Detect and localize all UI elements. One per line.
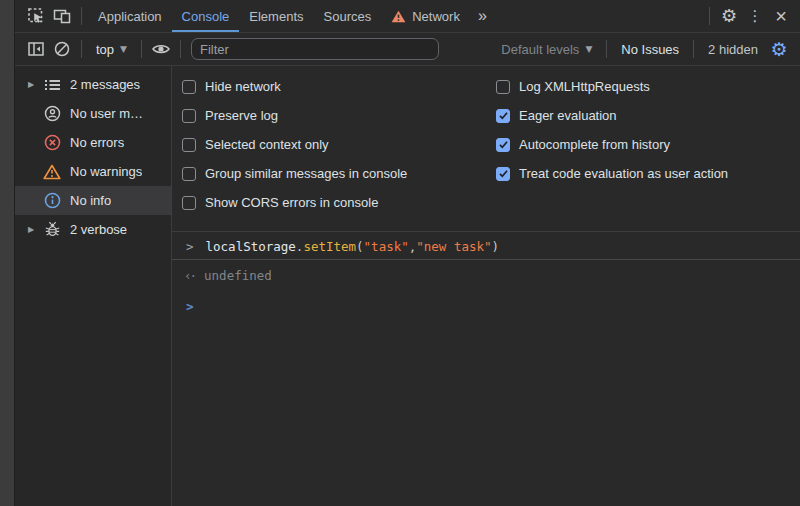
console-result-message: ‹· undefined	[172, 260, 800, 289]
console-settings-panel: Hide network Preserve log	[172, 66, 800, 232]
sidebar-item-messages[interactable]: ▶ 2 messages	[15, 70, 171, 99]
setting-label[interactable]: Show CORS errors in console	[205, 195, 378, 210]
setting-label[interactable]: Eager evaluation	[519, 108, 617, 123]
clear-console-button[interactable]	[49, 36, 75, 62]
setting-label[interactable]: Preserve log	[205, 108, 278, 123]
settings-column-left: Hide network Preserve log	[182, 72, 496, 217]
setting-label[interactable]: Selected context only	[205, 137, 329, 152]
kebab-menu-icon: ⋮	[748, 9, 763, 24]
toolbar-divider	[606, 40, 607, 58]
close-devtools-button[interactable]: ×	[768, 3, 794, 29]
toolbar-divider	[709, 7, 710, 25]
code-token: localStorage	[206, 239, 296, 254]
setting-label[interactable]: Log XMLHttpRequests	[519, 79, 650, 94]
filter-input[interactable]	[191, 38, 439, 60]
preserve-log-checkbox[interactable]	[182, 109, 196, 123]
console-content: ▶ 2 messages	[15, 66, 800, 506]
setting-label[interactable]: Treat code evaluation as user action	[519, 166, 728, 181]
devtools-tabbar: Application Console Elements Sources	[15, 0, 800, 33]
toolbar-divider	[180, 40, 181, 58]
toolbar-divider	[81, 7, 82, 25]
setting-label[interactable]: Group similar messages in console	[205, 166, 407, 181]
sidebar-item-user-messages[interactable]: No user m…	[15, 99, 171, 128]
setting-treat-code-evaluation[interactable]: Treat code evaluation as user action	[496, 159, 800, 188]
context-label: top	[96, 42, 114, 57]
tab-label: Application	[98, 9, 162, 24]
sidebar-item-label: No info	[70, 193, 111, 208]
console-settings-button[interactable]: ⚙	[766, 36, 792, 62]
command-chevron-icon: >	[186, 239, 194, 254]
group-similar-checkbox[interactable]	[182, 167, 196, 181]
console-main-panel: Hide network Preserve log	[172, 66, 800, 506]
sidebar-item-errors[interactable]: No errors	[15, 128, 171, 157]
main-menu-button[interactable]: ⋮	[742, 3, 768, 29]
chevron-down-icon: ▼	[585, 44, 592, 54]
treat-code-evaluation-checkbox[interactable]	[496, 167, 510, 181]
setting-log-xmlhttprequests[interactable]: Log XMLHttpRequests	[496, 72, 800, 101]
tab-label: Network	[412, 9, 460, 24]
show-cors-errors-checkbox[interactable]	[182, 196, 196, 210]
chevron-right-icon[interactable]: ▶	[28, 80, 43, 89]
setting-show-cors-errors[interactable]: Show CORS errors in console	[182, 188, 496, 217]
console-prompt[interactable]: >	[172, 289, 800, 314]
log-levels-label: Default levels	[501, 42, 579, 57]
tab-application[interactable]: Application	[88, 0, 172, 32]
tab-network[interactable]: Network	[381, 0, 470, 32]
settings-column-right: Log XMLHttpRequests Eager evaluation	[496, 72, 800, 217]
error-icon	[43, 134, 61, 151]
chevron-right-icon[interactable]: ▶	[28, 225, 43, 234]
javascript-context-selector[interactable]: top ▼	[88, 42, 135, 57]
setting-eager-evaluation[interactable]: Eager evaluation	[496, 101, 800, 130]
more-tabs-button[interactable]: »	[470, 7, 497, 25]
live-expression-button[interactable]	[148, 36, 174, 62]
toolbar-divider	[81, 40, 82, 58]
result-arrow-icon: ‹·	[184, 268, 195, 283]
user-icon	[43, 105, 61, 122]
code-token: (	[356, 239, 364, 254]
result-value: undefined	[204, 268, 272, 283]
setting-selected-context-only[interactable]: Selected context only	[182, 130, 496, 159]
autocomplete-history-checkbox[interactable]	[496, 138, 510, 152]
sidebar-item-verbose[interactable]: ▶ 2 verbose	[15, 215, 171, 244]
log-xmlhttprequests-checkbox[interactable]	[496, 80, 510, 94]
tab-label: Console	[182, 9, 230, 24]
device-toolbar-button[interactable]	[49, 3, 75, 29]
console-sidebar: ▶ 2 messages	[15, 66, 172, 506]
eager-evaluation-checkbox[interactable]	[496, 109, 510, 123]
code-token: "task"	[364, 239, 409, 254]
sidebar-item-label: No user m…	[70, 106, 143, 121]
devtools-body: Application Console Elements Sources	[15, 0, 800, 506]
sidebar-item-label: 2 messages	[70, 77, 140, 92]
settings-button[interactable]: ⚙	[716, 3, 742, 29]
console-sidebar-toggle-button[interactable]	[23, 36, 49, 62]
console-command-message: > localStorage.setItem("task","new task"…	[172, 232, 800, 260]
network-warning-icon	[391, 8, 406, 25]
tab-elements[interactable]: Elements	[239, 0, 313, 32]
console-messages: > localStorage.setItem("task","new task"…	[172, 232, 800, 314]
sidebar-item-label: No warnings	[70, 164, 142, 179]
tab-sources[interactable]: Sources	[314, 0, 382, 32]
log-levels-dropdown[interactable]: Default levels ▼	[493, 42, 600, 57]
sidebar-item-label: 2 verbose	[70, 222, 127, 237]
hide-network-checkbox[interactable]	[182, 80, 196, 94]
inspect-element-button[interactable]	[23, 3, 49, 29]
setting-autocomplete-history[interactable]: Autocomplete from history	[496, 130, 800, 159]
gear-icon: ⚙	[721, 7, 737, 25]
tab-label: Sources	[324, 9, 372, 24]
hidden-messages-count: 2 hidden	[700, 42, 766, 57]
setting-hide-network[interactable]: Hide network	[182, 72, 496, 101]
devtools-window: Application Console Elements Sources	[0, 0, 800, 506]
setting-label[interactable]: Hide network	[205, 79, 281, 94]
setting-preserve-log[interactable]: Preserve log	[182, 101, 496, 130]
tab-console[interactable]: Console	[172, 0, 240, 32]
setting-group-similar[interactable]: Group similar messages in console	[182, 159, 496, 188]
sidebar-item-warnings[interactable]: No warnings	[15, 157, 171, 186]
sidebar-item-info[interactable]: No info	[15, 186, 171, 215]
window-edge-strip	[0, 0, 15, 506]
selected-context-only-checkbox[interactable]	[182, 138, 196, 152]
bug-icon	[43, 221, 61, 238]
code-token: "new task"	[416, 239, 491, 254]
setting-label[interactable]: Autocomplete from history	[519, 137, 670, 152]
issues-counter[interactable]: No Issues	[613, 42, 687, 57]
close-icon: ×	[775, 6, 787, 26]
